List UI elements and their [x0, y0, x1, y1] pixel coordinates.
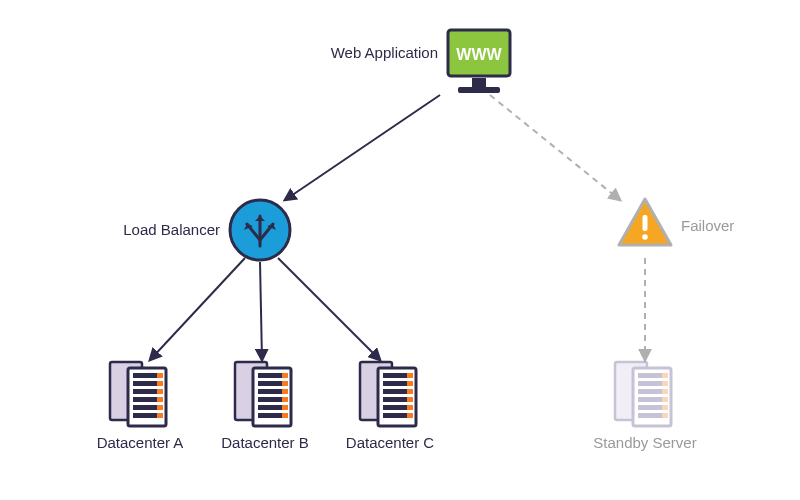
svg-rect-40: [383, 405, 411, 410]
svg-rect-39: [383, 397, 411, 402]
svg-rect-61: [662, 413, 668, 418]
server-rack-icon: [360, 362, 416, 426]
server-rack-icon: [235, 362, 291, 426]
svg-rect-42: [407, 373, 413, 378]
svg-rect-55: [638, 413, 666, 418]
svg-point-5: [642, 234, 648, 240]
standby-server-node: Standby Server: [593, 362, 696, 451]
svg-rect-30: [282, 389, 288, 394]
svg-rect-16: [157, 389, 163, 394]
svg-rect-1: [472, 78, 486, 87]
datacenter-b-label: Datacenter B: [221, 434, 309, 451]
svg-rect-31: [282, 397, 288, 402]
svg-rect-18: [157, 405, 163, 410]
monitor-screen-text: WWW: [456, 46, 502, 63]
load-balancer-icon: [230, 200, 290, 260]
svg-rect-43: [407, 381, 413, 386]
architecture-diagram: WWW Web Application Load Balancer Failov…: [0, 0, 800, 500]
load-balancer-node: Load Balancer: [123, 200, 290, 260]
svg-rect-22: [258, 373, 286, 378]
edges: [150, 95, 645, 360]
svg-rect-36: [383, 373, 411, 378]
warning-icon: [619, 199, 671, 245]
svg-rect-33: [282, 413, 288, 418]
svg-rect-29: [282, 381, 288, 386]
svg-rect-12: [133, 405, 161, 410]
svg-rect-19: [157, 413, 163, 418]
svg-rect-58: [662, 389, 668, 394]
svg-rect-56: [662, 373, 668, 378]
edge-lb-dcc: [278, 258, 380, 360]
edge-webapp-failover: [490, 95, 620, 200]
standby-server-label: Standby Server: [593, 434, 696, 451]
datacenter-b-node: Datacenter B: [221, 362, 309, 451]
svg-rect-46: [407, 405, 413, 410]
datacenter-a-label: Datacenter A: [97, 434, 184, 451]
edge-webapp-loadbalancer: [285, 95, 440, 200]
svg-rect-10: [133, 389, 161, 394]
svg-rect-38: [383, 389, 411, 394]
edge-lb-dca: [150, 258, 245, 360]
svg-rect-2: [458, 87, 500, 93]
svg-rect-4: [643, 215, 648, 231]
svg-rect-8: [133, 373, 161, 378]
svg-rect-37: [383, 381, 411, 386]
svg-rect-26: [258, 405, 286, 410]
svg-rect-44: [407, 389, 413, 394]
svg-rect-51: [638, 381, 666, 386]
datacenter-a-node: Datacenter A: [97, 362, 184, 451]
svg-rect-50: [638, 373, 666, 378]
svg-rect-45: [407, 397, 413, 402]
svg-rect-24: [258, 389, 286, 394]
failover-label: Failover: [681, 217, 734, 234]
svg-rect-57: [662, 381, 668, 386]
web-application-label: Web Application: [331, 44, 438, 61]
edge-lb-dcb: [260, 262, 262, 360]
svg-rect-14: [157, 373, 163, 378]
datacenter-c-label: Datacenter C: [346, 434, 435, 451]
failover-node: Failover: [619, 199, 734, 245]
monitor-icon: WWW: [448, 30, 510, 93]
web-application-node: WWW Web Application: [331, 30, 510, 93]
svg-rect-15: [157, 381, 163, 386]
svg-rect-32: [282, 405, 288, 410]
svg-rect-17: [157, 397, 163, 402]
svg-rect-52: [638, 389, 666, 394]
svg-rect-13: [133, 413, 161, 418]
svg-rect-47: [407, 413, 413, 418]
server-rack-icon: [615, 362, 671, 426]
svg-rect-60: [662, 405, 668, 410]
svg-rect-9: [133, 381, 161, 386]
svg-rect-53: [638, 397, 666, 402]
svg-rect-59: [662, 397, 668, 402]
svg-rect-41: [383, 413, 411, 418]
datacenter-c-node: Datacenter C: [346, 362, 435, 451]
svg-rect-23: [258, 381, 286, 386]
server-rack-icon: [110, 362, 166, 426]
svg-rect-11: [133, 397, 161, 402]
svg-rect-28: [282, 373, 288, 378]
svg-rect-54: [638, 405, 666, 410]
svg-rect-25: [258, 397, 286, 402]
svg-rect-27: [258, 413, 286, 418]
load-balancer-label: Load Balancer: [123, 221, 220, 238]
